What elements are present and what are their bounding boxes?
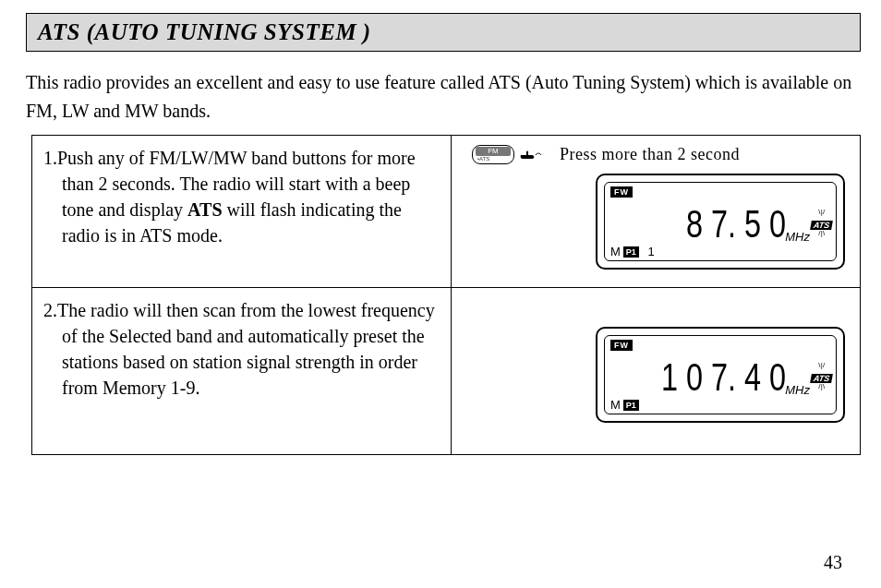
lcd-frequency: 8 7. 5 0	[686, 201, 786, 247]
lcd-fw-indicator: FW	[610, 340, 633, 351]
lcd-display-2: FW 1 0 7. 4 0 MHz \ | / ATS / | \ MP1	[596, 327, 845, 423]
lcd-memory-indicator: MP1 1	[610, 245, 655, 258]
page-title: ATS (AUTO TUNING SYSTEM )	[26, 13, 861, 52]
lcd-memory-indicator: MP1	[610, 398, 647, 412]
step-1-text: 1.Push any of FM/LW/MW band buttons for …	[32, 136, 452, 287]
page-number: 43	[824, 552, 842, 573]
step-number: 2.	[43, 300, 57, 320]
step-1-illustration: FM •ATS Press more than 2 second	[452, 136, 860, 287]
press-duration-label: Press more than 2 second	[560, 145, 740, 164]
lcd-frequency: 1 0 7. 4 0	[661, 354, 786, 401]
step-body-pre: The radio will then scan from the lowest…	[57, 300, 435, 398]
lcd-ats-indicator: \ | / ATS / | \	[811, 364, 832, 390]
step-2-text: 2.The radio will then scan from the lowe…	[32, 288, 452, 454]
step-number: 1.	[43, 148, 57, 168]
fm-button-sub-label: •ATS	[473, 156, 513, 162]
lcd-fw-indicator: FW	[610, 186, 633, 198]
pointing-hand-icon	[519, 147, 543, 163]
lcd-unit: MHz	[785, 383, 810, 397]
step-bold: ATS	[187, 199, 222, 220]
fm-button-illustration: FM •ATS	[472, 145, 543, 164]
lcd-display-1: FW 8 7. 5 0 MHz \ | / ATS / | \ MP1 1	[596, 174, 845, 270]
table-row: 1.Push any of FM/LW/MW band buttons for …	[32, 136, 860, 287]
table-row: 2.The radio will then scan from the lowe…	[32, 287, 860, 454]
fm-button-main-label: FM	[476, 147, 511, 156]
step-2-illustration: FW 1 0 7. 4 0 MHz \ | / ATS / | \ MP1	[452, 288, 860, 454]
lcd-unit: MHz	[785, 230, 810, 244]
instructions-table: 1.Push any of FM/LW/MW band buttons for …	[31, 135, 861, 455]
lcd-ats-indicator: \ | / ATS / | \	[811, 210, 832, 236]
intro-paragraph: This radio provides an excellent and eas…	[26, 68, 861, 126]
